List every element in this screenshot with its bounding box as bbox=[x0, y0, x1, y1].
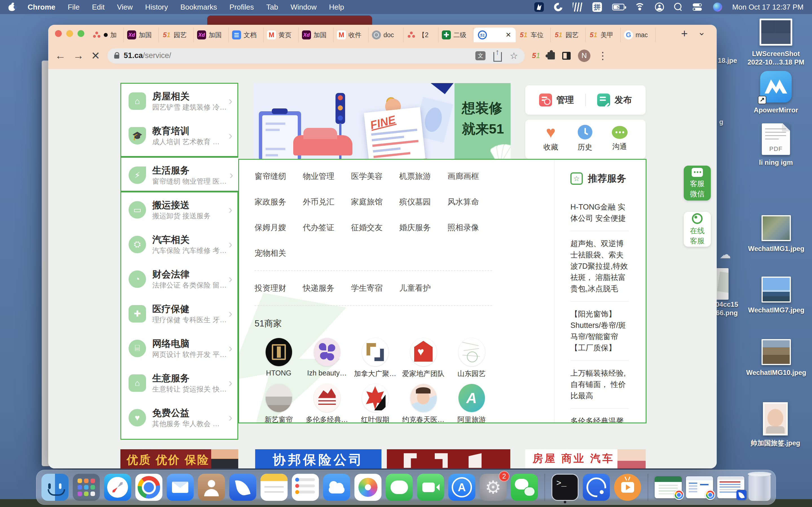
manage-button[interactable]: 管理 bbox=[539, 94, 574, 107]
dock-terminal[interactable]: >_ bbox=[552, 474, 578, 501]
sidebar-item-housing[interactable]: ⌂ 房屋相关园艺铲雪 建筑装修 冷… › bbox=[121, 83, 238, 118]
favorites-button[interactable]: ♥ 收藏 bbox=[544, 125, 558, 152]
desktop-file-baby-visa[interactable]: 帅加国旅签.jpeg bbox=[739, 402, 812, 447]
tab-2[interactable]: Xd加国 bbox=[124, 27, 159, 42]
desktop-file-wechatimg7[interactable]: WechatIMG7.jpeg bbox=[746, 277, 806, 314]
translate-icon[interactable]: 文 bbox=[475, 51, 486, 60]
apple-menu-icon[interactable] bbox=[8, 3, 15, 11]
link-guesthouse[interactable]: 家庭旅馆 bbox=[351, 196, 399, 207]
sidebar-item-auto[interactable]: ⛭ 汽车相关汽车保险 汽车维修 考… › bbox=[121, 227, 238, 262]
close-window-button[interactable] bbox=[55, 30, 62, 37]
history-button[interactable]: 历史 bbox=[578, 125, 592, 152]
sidebar-item-life-services[interactable]: ⚡ 生活服务窗帘缝纫 物业管理 医… › bbox=[121, 158, 238, 192]
link-pets[interactable]: 宠物相关 bbox=[255, 248, 303, 259]
back-button[interactable]: ← bbox=[55, 50, 66, 62]
menu-clock[interactable]: Mon Oct 17 12:37 PM bbox=[732, 3, 804, 11]
merchant-xinyi-curtains[interactable]: 新艺窗帘 bbox=[255, 384, 303, 424]
spotlight-icon[interactable] bbox=[674, 3, 682, 11]
lock-icon[interactable] bbox=[114, 55, 119, 59]
51ca-extension-icon[interactable]: 51 bbox=[532, 51, 540, 60]
link-wedding[interactable]: 婚庆服务 bbox=[399, 222, 448, 233]
recommended-item[interactable]: 超声炮、双逆博士祛眼袋、索夫波7D聚拉提,特效祛斑， 溶脂祛富贵包,冰点脱毛 bbox=[570, 231, 629, 302]
dock-minimized-window-3[interactable] bbox=[717, 476, 744, 498]
tab-6[interactable]: M黄页 bbox=[264, 27, 299, 42]
link-courier[interactable]: 快递服务 bbox=[303, 283, 351, 293]
tab-7[interactable]: Xd加国 bbox=[299, 27, 334, 42]
dock-mail[interactable] bbox=[167, 474, 194, 501]
dock-facetime[interactable] bbox=[417, 474, 444, 501]
tab-16[interactable]: Gmac bbox=[620, 27, 656, 42]
tab-active-51ca[interactable]: 51 ✕ bbox=[473, 27, 516, 42]
extensions-puzzle-icon[interactable] bbox=[548, 52, 555, 59]
link-funeral[interactable]: 殡仪墓园 bbox=[399, 196, 448, 207]
new-tab-button[interactable]: + bbox=[674, 27, 695, 40]
sidebar-item-education[interactable]: 🎓 教育培训成人培训 艺术教育 … › bbox=[121, 118, 238, 153]
ad-banner-loans[interactable]: 房屋 商业 汽车 bbox=[525, 449, 646, 468]
stop-button[interactable]: ✕ bbox=[91, 50, 100, 62]
user-switch-icon[interactable] bbox=[655, 3, 664, 11]
share-icon[interactable] bbox=[493, 52, 502, 62]
link-travel[interactable]: 机票旅游 bbox=[399, 171, 448, 182]
dock-safari[interactable] bbox=[104, 474, 131, 501]
desktop-file-lwscreenshot[interactable]: LWScreenShot 2022-10…3.18 PM bbox=[742, 18, 810, 66]
desktop-file-wechatimg10[interactable]: WechatIMG10.jpeg bbox=[746, 339, 806, 377]
control-center-icon[interactable] bbox=[693, 3, 703, 11]
merchant-shandong-garden[interactable]: 山东园艺 bbox=[448, 338, 496, 378]
recommended-item[interactable]: H-TONG金融 实体公司 安全便捷 bbox=[570, 194, 629, 231]
link-currency[interactable]: 外币兑汇 bbox=[303, 196, 351, 207]
menu-bookmarks[interactable]: Bookmarks bbox=[181, 3, 217, 11]
bookmark-star-icon[interactable]: ☆ bbox=[510, 50, 518, 61]
dock-minimized-window-1[interactable] bbox=[655, 476, 682, 498]
address-bar[interactable]: 51.ca/service/ 文 ☆ bbox=[107, 48, 525, 63]
menu-file[interactable]: File bbox=[68, 3, 80, 11]
tab-10[interactable]: 【2 bbox=[403, 27, 439, 42]
forward-button[interactable]: → bbox=[73, 50, 84, 62]
dock-notes[interactable] bbox=[260, 474, 288, 501]
pinyin-input-icon[interactable]: 拼 bbox=[592, 2, 602, 12]
tab-9[interactable]: doc bbox=[368, 27, 403, 42]
merchant-ali-travel[interactable]: A阿里旅游 bbox=[448, 384, 496, 424]
ad-banner-red[interactable] bbox=[387, 449, 510, 468]
menu-help[interactable]: Help bbox=[329, 3, 344, 11]
desktop-app-apowermirror[interactable]: ↗ ApowerMirror bbox=[743, 71, 809, 114]
tab-3[interactable]: 51园艺 bbox=[159, 27, 194, 42]
sidebar-item-free-public[interactable]: ♥ 免费公益其他服务 华人教会 … › bbox=[121, 400, 238, 435]
dock-finder[interactable] bbox=[42, 474, 68, 501]
messages-button[interactable]: 沟通 bbox=[612, 125, 627, 152]
ad-banner-xiebang-insurance[interactable]: 协邦保险公司 bbox=[255, 449, 382, 468]
c-app-status-icon[interactable] bbox=[552, 1, 564, 13]
recommended-item[interactable]: 上万幅装裱经验,自有铺面， 性价比最高 bbox=[570, 361, 629, 409]
sidebar-item-moving[interactable]: ▭ 搬运接送搬运卸货 接送服务 › bbox=[121, 192, 238, 227]
dock-cloud-drive[interactable] bbox=[323, 474, 350, 501]
dock-contacts[interactable] bbox=[198, 474, 225, 501]
dock-chrome[interactable] bbox=[135, 474, 162, 501]
publish-button[interactable]: 发布 bbox=[597, 94, 632, 107]
dock-reminders[interactable] bbox=[292, 474, 319, 501]
dock-orange-tv-app[interactable] bbox=[614, 474, 641, 501]
merchant-guangju[interactable]: 加拿大广聚… bbox=[351, 338, 399, 378]
tab-13[interactable]: 51车位 bbox=[516, 27, 551, 42]
link-investment[interactable]: 投资理财 bbox=[255, 283, 303, 293]
dock-launchpad[interactable] bbox=[73, 474, 100, 501]
online-service-float-button[interactable]: 在线客服 bbox=[684, 212, 711, 247]
desktop-file-lining-pdf[interactable]: PDF li ning igm bbox=[745, 123, 807, 167]
menu-history[interactable]: History bbox=[145, 3, 168, 11]
desktop-file-partial-image[interactable] bbox=[717, 268, 728, 300]
sidebar-item-it[interactable]: ⌸ 网络电脑网页设计 软件开发 平… › bbox=[121, 331, 238, 365]
menu-profiles[interactable]: Profiles bbox=[230, 3, 254, 11]
dock-minimized-window-2[interactable] bbox=[686, 476, 713, 498]
sidebar-item-medical[interactable]: ✚ 医疗保健理疗保健 专科医生 牙… › bbox=[121, 296, 238, 331]
tab-1[interactable]: 加 bbox=[89, 27, 124, 42]
hero-banner[interactable]: FINE ! 想装修 就来51 bbox=[254, 83, 511, 161]
wifi-icon[interactable] bbox=[635, 3, 645, 11]
dock-photos[interactable] bbox=[354, 474, 382, 501]
recommended-item[interactable]: 多伦多经典温馨家庭旅馆 bbox=[570, 409, 629, 424]
zoom-window-button[interactable] bbox=[78, 30, 84, 37]
link-dating[interactable]: 征婚交友 bbox=[351, 222, 399, 233]
tab-15[interactable]: 51美甲 bbox=[586, 27, 620, 42]
minimize-window-button[interactable] bbox=[66, 30, 73, 37]
battery-icon[interactable]: ⚡ bbox=[612, 4, 624, 10]
dock-app-store[interactable]: A bbox=[448, 474, 475, 501]
menu-window[interactable]: Window bbox=[290, 3, 316, 11]
tab-search-chevron[interactable]: ⌄ bbox=[695, 27, 713, 40]
